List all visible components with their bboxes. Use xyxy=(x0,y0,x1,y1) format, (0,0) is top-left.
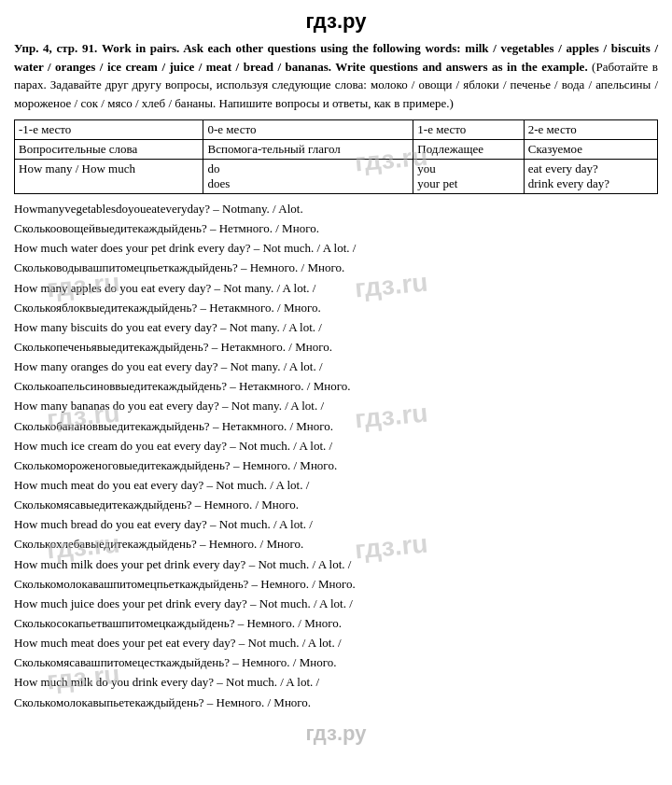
task-instruction-en: Work in pairs. Ask each other questions … xyxy=(14,41,658,74)
content-line-18: How much milk does your pet drink every … xyxy=(14,555,658,574)
content-line-11: Сколькобанановвыедитекаждыйдень? – Нетак… xyxy=(14,417,658,436)
content-line-9: Сколькоапельсиноввыедитекаждыйдень? – Не… xyxy=(14,377,658,396)
content-line-13: Сколькомороженоговыедитекаждыйдень? – Не… xyxy=(14,456,658,475)
table-header-3: 1-е место xyxy=(413,120,524,140)
content-line-17: Сколькохлебавыедитекаждыйдень? – Немного… xyxy=(14,535,658,554)
table-row2-col2: dodoes xyxy=(203,160,413,194)
content-line-15: Сколькомясавыедитекаждыйдень? – Немного.… xyxy=(14,496,658,514)
table-row2-col3: youyour pet xyxy=(413,160,524,194)
table-row1-col1: Вопросительные слова xyxy=(15,140,203,160)
content-line-8: How many oranges do you eat every day? –… xyxy=(14,357,658,376)
content-line-14: How much meat do you eat every day? – No… xyxy=(14,476,658,495)
content-line-19: Сколькомолокавашпитомецпьеткаждыйдень? –… xyxy=(14,575,658,594)
content-line-21: Сколькосокапьетвашпитомецкаждыйдень? – Н… xyxy=(14,614,658,633)
content-line-23: Сколькомясавашпитомецесткаждыйдень? – Не… xyxy=(14,653,658,672)
table-header-2: 0-е место xyxy=(203,120,413,140)
content-line-10: How many bananas do you eat every day? –… xyxy=(14,397,658,415)
task-title: Упр. 4, стр. 91. xyxy=(14,41,102,55)
content-line-0: Howmanyvegetablesdoyoueateveryday? – Not… xyxy=(14,200,658,218)
footer-watermark: гдз.ру xyxy=(14,722,658,746)
table-row2-col1: How many / How much xyxy=(15,160,203,194)
content-line-2: How much water does your pet drink every… xyxy=(14,239,658,258)
content-line-12: How much ice cream do you eat every day?… xyxy=(14,437,658,456)
content-line-16: How much bread do you eat every day? – N… xyxy=(14,515,658,534)
content-line-20: How much juice does your pet drink every… xyxy=(14,595,658,613)
table-row1-col3: Подлежащее xyxy=(413,140,524,160)
table-header-4: 2-е место xyxy=(524,120,657,140)
task-description: Упр. 4, стр. 91. Work in pairs. Ask each… xyxy=(14,39,658,112)
content-line-24: How much milk do you drink every day? – … xyxy=(14,673,658,692)
table-row2-col4: eat every day?drink every day? xyxy=(524,160,657,194)
table-header-1: -1-е место xyxy=(15,120,203,140)
content-line-4: How many apples do you eat every day? – … xyxy=(14,279,658,298)
site-header: гдз.ру xyxy=(14,9,658,34)
grammar-table: -1-е место 0-е место 1-е место 2-е место… xyxy=(14,119,658,194)
content-line-25: Сколькомолокавыпьетекаждыйдень? – Немног… xyxy=(14,694,658,712)
content-line-5: Сколькояблоквыедитекаждыйдень? – Нетакмн… xyxy=(14,299,658,317)
content-line-6: How many biscuits do you eat every day? … xyxy=(14,318,658,337)
content-area: Howmanyvegetablesdoyoueateveryday? – Not… xyxy=(14,200,658,712)
content-line-7: Сколькопеченьявыедитекаждыйдень? – Нетак… xyxy=(14,338,658,357)
content-line-22: How much meat does your pet eat every da… xyxy=(14,634,658,652)
content-line-3: Скольководывашпитомецпьеткаждыйдень? – Н… xyxy=(14,259,658,277)
content-line-1: Сколькоовощейвыедитекаждыйдень? – Нетмно… xyxy=(14,219,658,238)
table-row1-col2: Вспомога-тельный глагол xyxy=(203,140,413,160)
table-row1-col4: Сказуемое xyxy=(524,140,657,160)
